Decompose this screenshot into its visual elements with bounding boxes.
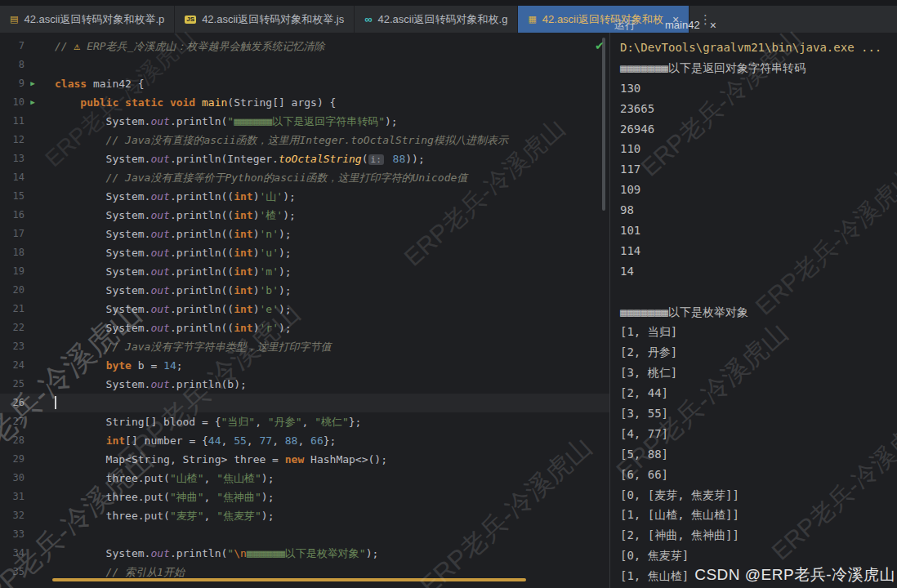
code-text: public static void main(String[] args) { [41, 93, 336, 112]
editor-line[interactable]: 17 System.out.println((int)'n'); [0, 225, 609, 243]
gutter-spacer [25, 112, 41, 131]
editor-line[interactable]: 7// ⚠ ERP老兵_冷溪虎山：枚举越界会触发系统记忆清除 [0, 37, 609, 56]
editor-line[interactable]: 26 [0, 394, 609, 412]
code-text: System.out.println("\n▦▦▦▦▦▦以下是枚举对象"); [41, 544, 378, 563]
close-icon[interactable]: × [710, 20, 716, 31]
line-number[interactable]: 7 [0, 37, 25, 56]
line-number[interactable]: 20 [0, 281, 25, 300]
line-number[interactable]: 17 [0, 225, 25, 243]
editor-line[interactable]: 28 int[] number = {44, 55, 77, 88, 66}; [0, 431, 609, 450]
line-number[interactable]: 12 [0, 131, 25, 149]
gutter-spacer [25, 318, 41, 337]
code-text: three.put("神曲", "焦神曲"); [41, 488, 274, 506]
editor-line[interactable]: 8 [0, 56, 609, 74]
run-console[interactable]: D:\DevTools\graalvm21\bin\java.exe ...▦▦… [609, 33, 897, 588]
editor-line[interactable]: 30 three.put("山楂", "焦山楂"); [0, 469, 609, 488]
line-number[interactable]: 10 [0, 93, 25, 112]
editor-line[interactable]: 11 System.out.println("▦▦▦▦▦▦以下是返回字符串转码"… [0, 112, 609, 131]
editor-line[interactable]: 10▶ public static void main(String[] arg… [0, 93, 609, 112]
editor-tab[interactable]: JS42.ascii返回转码对象和枚举.js [175, 6, 355, 33]
editor-line[interactable]: 12 // Java没有直接的ascii函数，这里用Integer.toOcta… [0, 131, 609, 149]
code-text: System.out.println((int)'m'); [41, 262, 292, 281]
editor-line[interactable]: 25 System.out.println(b); [0, 375, 609, 394]
run-arrow-icon[interactable]: ▶ [25, 93, 41, 112]
text-caret [55, 396, 56, 409]
line-number[interactable]: 19 [0, 262, 25, 281]
gutter-spacer [25, 168, 41, 187]
line-number[interactable]: 25 [0, 375, 25, 394]
editor-line[interactable]: 27 String[] blood = {"当归", "丹参", "桃仁"}; [0, 412, 609, 431]
editor-line[interactable]: 13 System.out.println(Integer.toOctalStr… [0, 149, 609, 168]
line-number[interactable]: 18 [0, 243, 25, 262]
vertical-scrollbar[interactable] [602, 38, 605, 211]
line-number[interactable]: 15 [0, 187, 25, 206]
run-arrow-icon[interactable]: ▶ [25, 74, 41, 93]
code-text: System.out.println("▦▦▦▦▦▦以下是返回字符串转码"); [41, 112, 398, 131]
line-number[interactable]: 14 [0, 168, 25, 187]
editor-line[interactable]: 22 System.out.println((int)'r'); [0, 318, 609, 337]
line-number[interactable]: 13 [0, 149, 25, 168]
line-number[interactable]: 35 [0, 563, 25, 581]
gutter-spacer [25, 356, 41, 375]
code-text: three.put("山楂", "焦山楂"); [41, 469, 274, 488]
horizontal-scrollbar[interactable] [52, 578, 526, 581]
line-number[interactable]: 30 [0, 469, 25, 488]
line-number[interactable]: 29 [0, 450, 25, 469]
line-number[interactable]: 9 [0, 74, 25, 93]
line-number[interactable]: 21 [0, 300, 25, 318]
gutter-spacer [25, 394, 41, 412]
line-number[interactable]: 32 [0, 506, 25, 525]
console-line: 114 [620, 241, 897, 261]
editor-line[interactable]: 23 // Java没有字节字符串类型，这里打印字节值 [0, 337, 609, 356]
console-line: 110 [620, 139, 897, 159]
editor-line[interactable]: 18 System.out.println((int)'u'); [0, 243, 609, 262]
editor-line[interactable]: 20 System.out.println((int)'b'); [0, 281, 609, 300]
line-number[interactable]: 26 [0, 394, 25, 412]
code-text: System.out.println((int)'b'); [41, 281, 292, 300]
gutter-spacer [25, 544, 41, 563]
run-panel-title: 运行 [614, 18, 636, 33]
line-number[interactable]: 16 [0, 206, 25, 225]
gutter-spacer [25, 431, 41, 450]
editor-tab[interactable]: ∞42.ascii返回转码对象和枚.g [355, 6, 518, 33]
code-text: System.out.println((int)'山'); [41, 187, 296, 206]
gutter-spacer [25, 56, 41, 74]
line-number[interactable]: 8 [0, 56, 25, 74]
line-number[interactable]: 11 [0, 112, 25, 131]
line-number[interactable]: 28 [0, 431, 25, 450]
code-text: byte b = 14; [41, 356, 183, 375]
go-file-icon: ∞ [364, 14, 372, 24]
success-check-icon: ✔ [595, 39, 605, 52]
editor-line[interactable]: 32 three.put("麦芽", "焦麦芽"); [0, 506, 609, 525]
editor-line[interactable]: 33 [0, 525, 609, 544]
editor-line[interactable]: 31 three.put("神曲", "焦神曲"); [0, 488, 609, 506]
console-line: 26946 [620, 119, 897, 140]
code-text: three.put("麦芽", "焦麦芽"); [41, 506, 274, 525]
editor-line[interactable]: 29 Map<String, String> three = new HashM… [0, 450, 609, 469]
editor-pane[interactable]: 7// ⚠ ERP老兵_冷溪虎山：枚举越界会触发系统记忆清除89▶class m… [0, 33, 609, 588]
editor-tab-strip: ▤42.ascii返回转码对象和枚举.pJS42.ascii返回转码对象和枚举.… [0, 6, 689, 33]
line-number[interactable]: 27 [0, 412, 25, 431]
line-number[interactable]: 23 [0, 337, 25, 356]
line-number[interactable]: 31 [0, 488, 25, 506]
editor-line[interactable]: 21 System.out.println((int)'e'); [0, 300, 609, 318]
gutter-spacer [25, 412, 41, 431]
editor-line[interactable]: 16 System.out.println((int)'楂'); [0, 206, 609, 225]
editor-tab[interactable]: ▤42.ascii返回转码对象和枚举.p [0, 6, 175, 33]
gutter-spacer [25, 187, 41, 206]
line-number[interactable]: 34 [0, 544, 25, 563]
editor-line[interactable]: 24 byte b = 14; [0, 356, 609, 375]
editor-line[interactable]: 15 System.out.println((int)'山'); [0, 187, 609, 206]
editor-line[interactable]: 14 // Java没有直接等价于Python的ascii函数，这里打印字符的U… [0, 168, 609, 187]
editor-line[interactable]: 19 System.out.println((int)'m'); [0, 262, 609, 281]
console-line: [0, [麦芽, 焦麦芽]] [620, 485, 897, 506]
gutter-spacer [25, 300, 41, 318]
editor-line[interactable]: 34 System.out.println("\n▦▦▦▦▦▦以下是枚举对象")… [0, 544, 609, 563]
console-line: [3, 桃仁] [620, 363, 897, 383]
editor-line[interactable]: 9▶class main42 { [0, 74, 609, 93]
python-file-icon: ▤ [10, 15, 18, 24]
line-number[interactable]: 24 [0, 356, 25, 375]
code-text [41, 394, 56, 412]
line-number[interactable]: 22 [0, 318, 25, 337]
line-number[interactable]: 33 [0, 525, 25, 544]
